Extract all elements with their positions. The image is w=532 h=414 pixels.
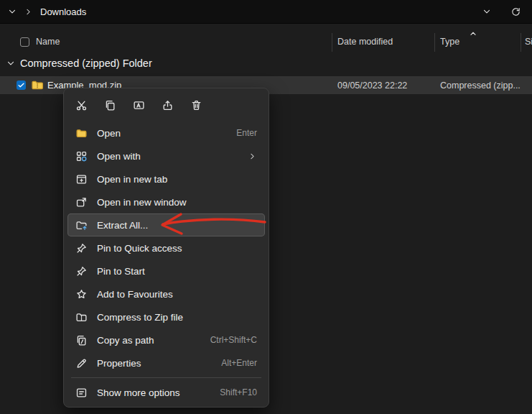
new-window-icon <box>75 196 88 208</box>
column-header-date-modified[interactable]: Date modified <box>337 37 393 47</box>
share-icon[interactable] <box>156 94 179 116</box>
file-type: Compressed (zipp... <box>440 80 521 91</box>
column-header-name[interactable]: Name <box>36 37 60 47</box>
refresh-icon[interactable] <box>510 6 521 17</box>
chevron-right-icon <box>22 6 34 17</box>
menu-item-label: Properties <box>97 358 141 369</box>
menu-item-add-to-favourites[interactable]: Add to Favourites <box>67 282 265 305</box>
file-date-modified: 09/05/2023 22:22 <box>337 80 407 91</box>
menu-item-label: Open <box>97 128 121 139</box>
cut-icon[interactable] <box>70 94 93 116</box>
menu-item-open-in-new-window[interactable]: Open in new window <box>67 190 265 213</box>
menu-item-label: Add to Favourites <box>97 289 173 300</box>
menu-item-copy-as-path[interactable]: Copy as path Ctrl+Shift+C <box>67 328 265 351</box>
rename-icon[interactable] <box>127 94 150 116</box>
column-divider[interactable] <box>434 33 435 52</box>
group-collapse-chevron-icon[interactable] <box>6 58 16 68</box>
compress-zip-icon <box>75 311 88 323</box>
open-with-icon <box>75 150 88 162</box>
chevron-down-icon[interactable] <box>6 6 18 17</box>
column-header-type[interactable]: Type <box>440 37 459 47</box>
menu-item-extract-all[interactable]: Extract All... <box>67 213 265 236</box>
context-menu: Open Enter Open with Open in new tab Ope… <box>63 88 269 408</box>
menu-separator <box>71 377 261 378</box>
properties-icon <box>75 357 88 369</box>
submenu-chevron-icon <box>247 151 257 161</box>
copy-as-path-icon <box>75 334 88 346</box>
menu-item-pin-to-start[interactable]: Pin to Start <box>67 259 265 282</box>
menu-item-label: Pin to Quick access <box>97 243 182 254</box>
pin-icon <box>75 242 88 254</box>
address-bar: Downloads <box>0 0 532 24</box>
copy-icon[interactable] <box>98 94 121 116</box>
menu-item-shortcut: Shift+F10 <box>220 387 257 397</box>
menu-item-shortcut: Enter <box>236 128 257 138</box>
column-header-row: Name Date modified Type Si <box>0 33 532 52</box>
sort-ascending-icon <box>468 29 478 36</box>
delete-icon[interactable] <box>185 94 207 116</box>
menu-item-show-more-options[interactable]: Show more options Shift+F10 <box>67 381 265 404</box>
menu-item-label: Extract All... <box>97 220 148 231</box>
menu-item-label: Compress to Zip file <box>97 312 183 323</box>
menu-item-open[interactable]: Open Enter <box>67 121 265 144</box>
menu-item-label: Open in new tab <box>97 174 167 185</box>
group-header: Compressed (zipped) Folder <box>6 58 152 69</box>
quick-actions-row <box>64 91 269 119</box>
zip-folder-icon <box>31 79 44 91</box>
menu-item-shortcut: Alt+Enter <box>221 358 257 368</box>
menu-item-label: Open in new window <box>97 197 187 208</box>
show-more-options-icon <box>75 387 88 399</box>
column-divider[interactable] <box>521 33 521 52</box>
menu-item-label: Pin to Start <box>97 266 145 277</box>
menu-item-pin-to-quick-access[interactable]: Pin to Quick access <box>67 236 265 259</box>
menu-item-open-with[interactable]: Open with <box>67 144 265 167</box>
new-tab-icon <box>75 173 88 185</box>
menu-item-compress-to-zip[interactable]: Compress to Zip file <box>67 305 265 328</box>
menu-item-label: Open with <box>97 151 141 162</box>
select-all-checkbox[interactable] <box>20 37 29 47</box>
menu-item-label: Show more options <box>97 387 180 398</box>
star-icon <box>75 288 88 300</box>
open-folder-icon <box>75 127 88 139</box>
menu-item-shortcut: Ctrl+Shift+C <box>210 335 257 345</box>
menu-item-properties[interactable]: Properties Alt+Enter <box>67 351 265 374</box>
breadcrumb-location[interactable]: Downloads <box>40 6 86 17</box>
column-header-size[interactable]: Si <box>525 37 532 47</box>
group-header-label[interactable]: Compressed (zipped) Folder <box>20 58 152 69</box>
extract-all-icon <box>75 219 88 231</box>
column-divider[interactable] <box>332 33 332 52</box>
pin-icon <box>75 265 88 277</box>
menu-item-open-in-new-tab[interactable]: Open in new tab <box>67 167 265 190</box>
address-dropdown-chevron-icon[interactable] <box>481 6 493 17</box>
row-checkbox-checked[interactable] <box>17 80 26 90</box>
menu-item-label: Copy as path <box>97 335 154 346</box>
